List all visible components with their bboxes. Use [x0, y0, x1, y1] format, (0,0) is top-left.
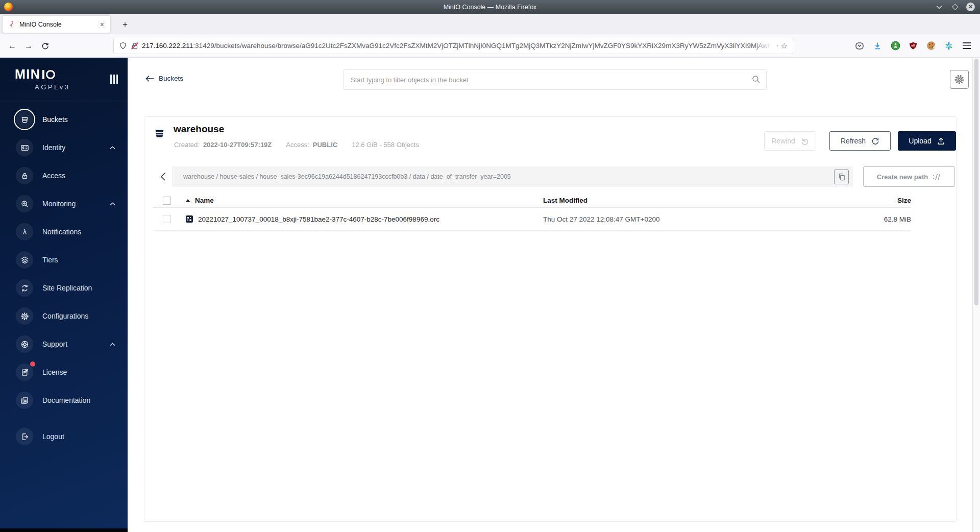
- window-minimize-icon[interactable]: [935, 3, 944, 12]
- chevron-up-icon[interactable]: [110, 146, 115, 150]
- bookmark-star-icon[interactable]: ☆: [781, 41, 788, 51]
- screen: MinIO Console — Mozilla Firefox ✕ MinIO …: [0, 0, 980, 532]
- search-icon: [752, 75, 761, 84]
- sidebar-item-label: Monitoring: [42, 200, 76, 208]
- monitoring-icon: [16, 195, 33, 212]
- sidebar-item-label: Configurations: [42, 312, 88, 320]
- support-icon: [16, 335, 33, 353]
- url-text: 217.160.222.211:31429/buckets/warehouse/…: [142, 42, 778, 50]
- nav-forward-icon[interactable]: →: [20, 38, 37, 54]
- license-icon: [16, 364, 33, 381]
- identity-icon: [16, 139, 33, 156]
- sidebar-item-label: Documentation: [42, 396, 90, 404]
- sidebar-item-monitoring[interactable]: Monitoring: [14, 193, 128, 214]
- sidebar-item-logout[interactable]: Logout: [14, 426, 128, 447]
- bucket-browser-panel: warehouse Created: 2022-10-27T09:57:19Z …: [144, 116, 957, 522]
- sidebar-collapse-icon[interactable]: [110, 75, 118, 84]
- object-name[interactable]: 20221027_100737_00018_b8xji-7581bae2-377…: [198, 215, 439, 223]
- sidebar-item-tiers[interactable]: Tiers: [14, 249, 128, 271]
- tab-close-icon[interactable]: ×: [99, 20, 105, 29]
- minio-logo: MIN: [15, 67, 55, 82]
- breadcrumb-bar: warehouse / house-sales / house_sales-3e…: [172, 166, 853, 187]
- row-checkbox[interactable]: [163, 215, 171, 223]
- window-close-icon[interactable]: ✕: [966, 3, 975, 11]
- svg-text:uO: uO: [911, 43, 915, 46]
- chevron-up-icon[interactable]: [110, 202, 115, 206]
- upload-button[interactable]: Upload: [898, 131, 956, 151]
- rewind-icon: [800, 137, 809, 146]
- ublock-shield-icon[interactable]: uO: [906, 39, 920, 53]
- search-objects-input[interactable]: [343, 69, 767, 90]
- window-title: MinIO Console — Mozilla Firefox: [0, 4, 980, 11]
- access-icon: [16, 167, 33, 184]
- name-header-cell[interactable]: Name: [177, 197, 543, 204]
- select-all-checkbox[interactable]: [163, 197, 171, 205]
- sidebar-menu: Buckets Identity Access: [0, 109, 128, 447]
- page-scrollbar[interactable]: [972, 58, 980, 532]
- copy-icon: [838, 173, 845, 181]
- sidebar-item-support[interactable]: Support: [14, 333, 128, 355]
- sidebar-item-configurations[interactable]: Configurations: [14, 305, 128, 327]
- new-path-icon: [933, 173, 941, 181]
- sidebar-item-label: Support: [42, 340, 67, 348]
- download-icon[interactable]: [870, 39, 885, 53]
- main-content: Buckets warehouse Created: 2022-10-27T09…: [128, 58, 980, 532]
- sidebar-item-notifications[interactable]: λ Notifications: [14, 221, 128, 243]
- sidebar-item-license[interactable]: License: [14, 361, 128, 383]
- refresh-icon: [871, 137, 879, 146]
- license-edition-label: AGPLv3: [35, 83, 70, 91]
- cookie-extension-icon[interactable]: [924, 39, 938, 53]
- configurations-icon: [16, 307, 33, 325]
- minio-logo-o: [46, 70, 55, 79]
- copy-path-button[interactable]: [834, 170, 849, 184]
- browser-toolbar: ← → 217.160.222.211:31429/buckets/wareho…: [0, 34, 980, 58]
- minio-logo-i: [42, 70, 44, 79]
- scrollbar-thumb[interactable]: [974, 59, 978, 305]
- objects-table-header: Name Last Modified Size: [153, 194, 911, 208]
- license-alert-badge: [30, 361, 35, 367]
- extension-privacy-icon[interactable]: [888, 39, 902, 53]
- create-new-path-button[interactable]: Create new path: [863, 166, 955, 187]
- sidebar-item-label: Access: [42, 172, 65, 180]
- browser-tab[interactable]: MinIO Console ×: [3, 16, 110, 33]
- minio-logo-text: MIN: [15, 67, 40, 82]
- nav-reload-icon[interactable]: [37, 38, 53, 54]
- path-back-button[interactable]: [154, 166, 172, 187]
- chevron-up-icon[interactable]: [110, 343, 115, 346]
- menu-hamburger-icon[interactable]: [960, 39, 974, 53]
- extension-asterisk-icon[interactable]: [942, 39, 956, 53]
- minio-favicon-icon: [8, 20, 15, 28]
- sidebar-item-label: Notifications: [42, 228, 81, 236]
- sidebar-item-label: Identity: [42, 143, 65, 152]
- sidebar-item-site-replication[interactable]: Site Replication: [14, 277, 128, 299]
- sidebar-item-access[interactable]: Access: [14, 165, 128, 186]
- sidebar-item-label: Site Replication: [42, 284, 92, 292]
- toolbar-extensions: uO: [852, 39, 976, 53]
- insecure-lock-icon[interactable]: [131, 42, 139, 50]
- gear-icon: [953, 74, 965, 85]
- chevron-left-icon: [160, 172, 166, 181]
- back-to-buckets-link[interactable]: Buckets: [145, 75, 183, 82]
- table-row[interactable]: 20221027_100737_00018_b8xji-7581bae2-377…: [153, 208, 911, 231]
- window-maximize-icon[interactable]: [950, 3, 960, 12]
- url-bar[interactable]: 217.160.222.211:31429/buckets/warehouse/…: [113, 38, 793, 54]
- created-value: 2022-10-27T09:57:19Z: [203, 141, 272, 149]
- rewind-button[interactable]: Rewind: [764, 131, 816, 151]
- sidebar-item-documentation[interactable]: Documentation: [14, 390, 128, 411]
- sidebar-item-buckets[interactable]: Buckets: [14, 109, 128, 130]
- rewind-label: Rewind: [771, 137, 795, 145]
- sidebar-item-label: Logout: [42, 432, 64, 441]
- sidebar-item-identity[interactable]: Identity: [14, 137, 128, 158]
- last-modified-header: Last Modified: [543, 197, 798, 204]
- settings-gear-button[interactable]: [950, 70, 969, 89]
- documentation-icon: [16, 392, 33, 409]
- bucket-icon: [154, 128, 165, 139]
- sidebar-logo-block: MIN AGPLv3: [0, 58, 128, 102]
- back-link-label: Buckets: [159, 75, 183, 82]
- tracking-shield-icon[interactable]: [119, 42, 127, 50]
- new-tab-button[interactable]: +: [118, 18, 132, 31]
- pocket-icon[interactable]: [852, 39, 867, 53]
- back-arrow-icon: [145, 75, 154, 82]
- refresh-button[interactable]: Refresh: [829, 131, 891, 151]
- nav-back-icon[interactable]: ←: [4, 38, 20, 54]
